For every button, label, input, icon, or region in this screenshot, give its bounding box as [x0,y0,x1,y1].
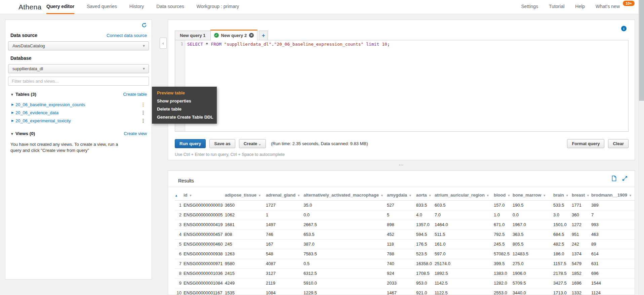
table-row: 8ENSG00000001036241531276312.59241708.51… [175,268,635,278]
clear-button[interactable]: Clear [608,139,629,148]
info-icon[interactable]: i [621,26,627,31]
column-header-breast[interactable]: breast▼ [572,190,591,200]
nav-settings[interactable]: Settings [521,0,538,14]
create-table-link[interactable]: Create table [123,92,147,97]
new-tab-button[interactable]: + [259,31,268,40]
data-cell: 1084 [266,288,304,295]
data-cell: 242 [572,239,591,249]
chevron-right-icon: ▶ [11,103,14,106]
data-cell: 89 [591,239,635,249]
export-results-icon[interactable] [611,175,617,183]
keyboard-hint: Use Ctrl + Enter to run query, Ctrl + Sp… [175,152,285,157]
column-header-id[interactable]: id▼ [184,190,225,200]
filter-tables-input[interactable] [8,77,149,86]
column-header-amygdala[interactable]: amygdala▼ [387,190,416,200]
data-cell: 2033 [387,278,416,288]
data-cell: 118 [387,239,416,249]
data-cell: 1374 [572,249,591,259]
data-source-select[interactable]: AwsDataCatalog ▼ [8,41,149,50]
data-cell: 1906.0 [513,268,553,278]
column-header-brodmann__1909[interactable]: brodmann__1909▼ [591,190,635,200]
column-header-adrenal_gland[interactable]: adrenal_gland▼ [266,190,304,200]
menu-item-show-properties[interactable]: Show properties [152,97,217,105]
chevron-down-icon: ▼ [189,194,192,197]
nav-history[interactable]: History [129,0,144,14]
athena-logo[interactable]: Athena [18,0,41,14]
menu-item-generate-ddl[interactable]: Generate Create Table DDL [152,113,217,121]
create-dropdown-button[interactable]: Create ⌄ [239,139,266,148]
data-cell: 921.0 [416,288,435,295]
data-cell: 1357.0 [416,220,435,229]
panel-splitter-handle[interactable]: … [168,162,635,167]
table-item-baseline-expression-counts[interactable]: ▶ 20_06_baseline_expression_counts ⋮ [11,100,147,109]
sql-token: "20_06_baseline_expression_counts" [274,42,363,47]
table-row: 6ENSG0000000093812635487583.5788523.5597… [175,249,635,259]
database-select[interactable]: suppllierdata_dl ▼ [8,64,149,73]
nav-tutorial[interactable]: Tutorial [549,0,564,14]
chevron-down-icon: ▼ [380,194,384,197]
column-header-atrium_auricular_region[interactable]: atrium_auricular_region▼ [435,190,494,200]
nav-query-editor[interactable]: Query editor [46,0,74,14]
data-cell: 6312.5 [304,268,387,278]
refresh-icon[interactable] [142,23,147,29]
sql-token: "suppllierdata_dl" [224,42,272,47]
views-section-header[interactable]: ▼Views (0) [10,131,35,136]
data-cell: 594.5 [416,229,435,239]
data-cell: 186.0 [553,249,572,259]
nav-workgroup[interactable]: Workgroup : primary [197,0,239,14]
table-row: 2ENSG00000000005106210.054.07.01.00.03.0… [175,210,635,220]
tables-section-header[interactable]: ▼Tables (3) [10,92,36,97]
column-header-brain[interactable]: brain▼ [553,190,572,200]
create-view-link[interactable]: Create view [124,131,147,136]
tab-new-query-2[interactable]: ✓ New query 2 ✕ [210,30,258,40]
sql-token: 10 [382,42,387,47]
data-cell: 9580 [225,259,266,268]
table-item-experimental-toxicity[interactable]: ▶ 20_06_experimental_toxicity ⋮ [11,117,147,125]
column-header-bone_marrow[interactable]: bone_marrow▼ [513,190,553,200]
menu-item-delete-table[interactable]: Delete table [152,105,217,113]
sql-code-editor[interactable]: 1 SELECT * FROM "suppllierdata_dl"."20_0… [175,40,629,132]
collapse-sidebar-button[interactable]: ‹ [160,38,167,49]
data-cell: 25174.0 [435,259,494,268]
page-scrollbar-track[interactable] [638,0,644,295]
table-item-evidence-data[interactable]: ▶ 20_06_evidence_data ⋮ [11,109,147,117]
column-header-aorta[interactable]: aorta▼ [416,190,435,200]
run-query-button[interactable]: Run query [175,139,206,148]
connect-data-source-link[interactable]: Connect data source [107,33,147,38]
menu-item-preview-table[interactable]: Preview table [152,89,217,97]
table-options-kebab-icon[interactable]: ⋮ [139,102,147,107]
row-number-cell: 2 [175,210,184,220]
data-cell: 1157.5 [553,259,572,268]
expand-results-icon[interactable] [622,175,628,183]
data-cell: ENSG00000000971 [184,259,225,268]
data-cell: 898 [387,220,416,229]
data-cell: 1681 [225,220,266,229]
table-options-kebab-icon[interactable]: ⋮ [139,118,147,123]
column-header-adipose_tissue[interactable]: adipose_tissue▼ [225,190,266,200]
format-query-button[interactable]: Format query [567,139,604,148]
top-navigation-bar: Athena Query editor Saved queries Histor… [0,0,644,14]
save-as-button[interactable]: Save as [209,139,235,148]
data-cell: 1272 [572,220,591,229]
results-table: ▲id▼adipose_tissue▼adrenal_gland▼alterna… [175,190,635,295]
chevron-down-icon: ▼ [10,132,14,136]
sql-token: * [203,42,211,47]
column-header-alternatively_activated_macrophage[interactable]: alternatively_activated_macrophage▼ [304,190,387,200]
data-cell: 482.5 [553,239,572,249]
tab-new-query-1[interactable]: New query 1 [175,31,211,40]
column-header-label: aorta [416,193,427,198]
data-cell: 746 [266,229,304,239]
data-cell: 0.0 [304,210,387,220]
page-scrollbar-thumb[interactable] [639,0,644,101]
sort-column-header[interactable]: ▲ [175,190,184,200]
data-cell: 1142.5 [435,278,494,288]
data-cell: 360 [572,210,591,220]
nav-saved-queries[interactable]: Saved queries [87,0,117,14]
nav-whats-new[interactable]: What's new [596,0,620,14]
data-cell: 7583.5 [304,249,387,259]
nav-help[interactable]: Help [575,0,585,14]
close-tab-icon[interactable]: ✕ [249,33,254,38]
table-options-kebab-icon[interactable]: ⋮ [139,110,147,115]
nav-data-sources[interactable]: Data sources [156,0,184,14]
column-header-blood[interactable]: blood▼ [494,190,513,200]
